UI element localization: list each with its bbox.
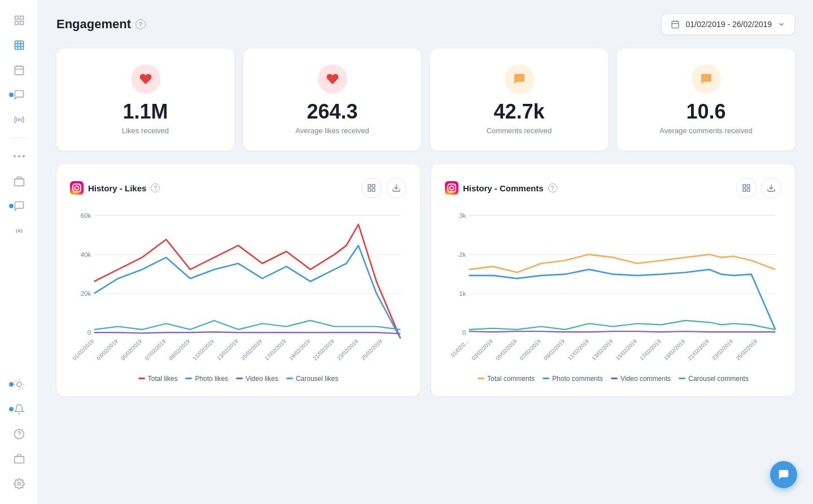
svg-text:15/02/2019: 15/02/2019 [614, 338, 638, 362]
sidebar-item-broadcast2[interactable] [8, 220, 30, 242]
likes-chart-title: History - Likes ? [70, 181, 160, 195]
sidebar-item-calendar[interactable] [8, 59, 30, 81]
sidebar-item-tag[interactable] [8, 170, 30, 192]
charts-row: History - Likes ? [56, 164, 795, 396]
svg-text:01/02/2...: 01/02/2... [449, 338, 470, 358]
stat-card-comments: 42.7k Comments received [430, 49, 608, 151]
likes-chart-legend: Total likes Photo likes Video likes Caro… [70, 375, 406, 383]
svg-point-18 [18, 230, 20, 231]
legend-dot-photo-likes [185, 378, 192, 379]
page-header: Engagement ? 01/02/2019 - 26/02/2019 [56, 14, 795, 35]
comments-chart-card: History - Comments ? [431, 164, 795, 396]
svg-text:07/02/2019: 07/02/2019 [143, 338, 167, 362]
svg-point-13 [18, 119, 20, 120]
likes-chart-title-text: History - Likes [88, 183, 146, 193]
stat-card-avg-comments: 10.6 Average comments received [617, 49, 795, 151]
avg-comments-icon-wrap [692, 64, 721, 94]
comments-chart-header: History - Comments ? [445, 178, 781, 198]
svg-text:19/02/2019: 19/02/2019 [288, 338, 312, 362]
svg-point-15 [18, 155, 20, 157]
comments-chart-download-btn[interactable] [761, 178, 781, 198]
comment-icon-1 [513, 72, 526, 86]
svg-rect-38 [368, 185, 371, 187]
title-info-icon[interactable]: ? [136, 19, 146, 29]
likes-chart-header: History - Likes ? [70, 178, 406, 198]
svg-text:05/02/2019: 05/02/2019 [120, 338, 143, 362]
calendar-icon [671, 20, 680, 29]
heart-icon-2 [326, 72, 339, 86]
svg-rect-64 [445, 181, 458, 195]
svg-line-22 [15, 381, 16, 382]
legend-dot-video-likes [236, 378, 243, 379]
comments-chart-info-icon[interactable]: ? [548, 183, 557, 192]
likes-chart-svg-wrap: 60k 40k 20k 0 01/02/2019 03/02/2019 [70, 209, 406, 368]
legend-label-video-likes: Video likes [246, 375, 278, 383]
svg-rect-4 [15, 41, 23, 50]
comments-icon-wrap [505, 64, 534, 94]
svg-rect-34 [70, 181, 84, 195]
svg-rect-70 [743, 189, 746, 191]
stats-row: 1.1M Likes received 264.3 Average likes … [56, 49, 795, 151]
svg-text:07/02/2019: 07/02/2019 [518, 338, 542, 362]
comments-chart-svg-wrap: 3k 2k 1k 0 01/02/2... 03/02/2019 [445, 209, 781, 368]
svg-text:13/02/2019: 13/02/2019 [216, 338, 239, 362]
svg-rect-3 [20, 21, 23, 25]
sidebar-divider-1 [10, 138, 28, 138]
sidebar-item-more[interactable] [8, 145, 30, 168]
legend-carousel-likes: Carousel likes [286, 375, 338, 383]
sidebar-item-briefcase[interactable] [8, 448, 30, 470]
likes-chart-actions [361, 178, 406, 198]
legend-label-photo-likes: Photo likes [195, 375, 228, 383]
svg-text:0: 0 [462, 328, 466, 336]
svg-point-19 [16, 382, 21, 387]
likes-chart-download-btn[interactable] [386, 178, 406, 198]
comments-chart-legend: Total comments Photo comments Video comm… [445, 375, 781, 383]
svg-text:25/02/2019: 25/02/2019 [735, 338, 758, 362]
legend-label-total-likes: Total likes [148, 375, 178, 383]
svg-text:11/02/2019: 11/02/2019 [191, 338, 215, 362]
sidebar-item-settings[interactable] [8, 472, 30, 495]
likes-chart-grid-btn[interactable] [361, 178, 382, 198]
svg-point-37 [79, 185, 80, 186]
sidebar-item-grid[interactable] [8, 9, 30, 32]
legend-dot-total-likes [138, 378, 145, 379]
likes-chart-card: History - Likes ? [56, 164, 420, 396]
legend-dot-carousel-comments [679, 378, 685, 379]
svg-text:11/02/2019: 11/02/2019 [566, 338, 590, 362]
svg-text:60k: 60k [80, 212, 91, 219]
svg-text:40k: 40k [80, 251, 91, 258]
instagram-icon-likes [70, 181, 84, 195]
sidebar-item-spark-wrap [8, 373, 30, 396]
legend-photo-comments: Photo comments [543, 375, 603, 383]
svg-rect-30 [672, 21, 679, 28]
svg-text:3k: 3k [459, 212, 466, 219]
chat-fab[interactable] [770, 461, 797, 488]
comment-icon-2 [700, 72, 713, 86]
date-range-picker[interactable]: 01/02/2019 - 26/02/2019 [661, 14, 795, 35]
date-range-text: 01/02/2019 - 26/02/2019 [685, 20, 772, 29]
sidebar-item-help[interactable] [8, 423, 30, 445]
svg-rect-17 [14, 179, 24, 186]
legend-dot-photo-comments [543, 378, 549, 379]
sidebar-item-chart[interactable] [8, 34, 30, 56]
info-symbol: ? [139, 21, 143, 28]
svg-text:03/02/2019: 03/02/2019 [470, 338, 494, 362]
legend-label-carousel-comments: Carousel comments [688, 375, 749, 383]
comments-chart-grid-btn[interactable] [736, 178, 757, 198]
page-title: Engagement ? [56, 17, 146, 32]
comments-chart-svg: 3k 2k 1k 0 01/02/2... 03/02/2019 [445, 209, 781, 366]
svg-rect-69 [747, 185, 750, 187]
svg-text:21/02/2019: 21/02/2019 [687, 338, 710, 362]
svg-text:2k: 2k [459, 251, 466, 258]
page-title-text: Engagement [56, 17, 131, 32]
sidebar-item-broadcast1[interactable] [8, 108, 30, 131]
legend-dot-total-comments [478, 378, 484, 379]
avg-likes-label: Average likes received [295, 126, 369, 135]
legend-photo-likes: Photo likes [185, 375, 228, 383]
svg-text:01/02/2019: 01/02/2019 [71, 338, 95, 362]
likes-chart-info-icon[interactable]: ? [151, 183, 160, 192]
svg-rect-40 [368, 189, 371, 191]
svg-text:17/02/2019: 17/02/2019 [264, 338, 287, 362]
svg-text:13/02/2019: 13/02/2019 [591, 338, 614, 362]
svg-text:0: 0 [88, 328, 91, 336]
